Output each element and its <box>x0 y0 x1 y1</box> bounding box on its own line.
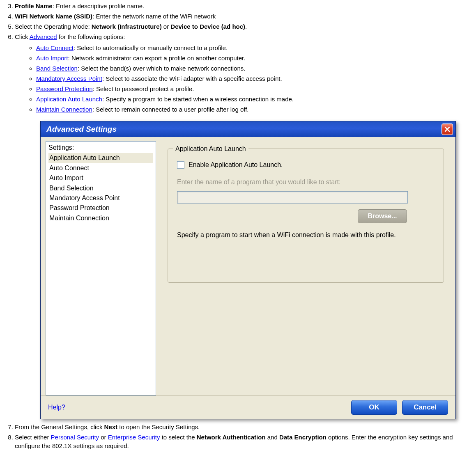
link-auto-import[interactable]: Auto Import <box>36 55 68 62</box>
text: : Select the band(s) over which to make … <box>78 65 246 72</box>
text: or <box>99 434 108 441</box>
program-hint-text: Enter the name of a program that you wou… <box>177 178 435 187</box>
settings-list-label: Settings: <box>48 143 153 152</box>
bold-text: WiFi Network Name (SSID) <box>15 13 92 20</box>
instruction-item-5: Select the Operating Mode: Network (Infr… <box>15 22 473 31</box>
list-item: Mandatory Access Point: Select to associ… <box>36 74 473 83</box>
text: From the General Settings, click <box>15 423 104 430</box>
link-enterprise-security[interactable]: Enterprise Security <box>108 434 160 441</box>
settings-detail-panel: Application Auto Launch Enable Applicati… <box>156 141 451 396</box>
link-password-protection[interactable]: Password Protection <box>36 85 93 92</box>
text: for the following options: <box>57 33 125 40</box>
browse-row: Browse... <box>177 209 407 223</box>
text: : Enter a descriptive profile name. <box>53 2 144 9</box>
groupbox-legend: Application Auto Launch <box>173 144 248 153</box>
bold-text: Network (Infrastructure) <box>92 23 162 30</box>
application-auto-launch-group: Application Auto Launch Enable Applicati… <box>168 149 444 283</box>
text: to open the Security Settings. <box>117 423 200 430</box>
advanced-settings-window: Advanced Settings Settings: Application … <box>40 121 456 419</box>
link-mandatory-access-point[interactable]: Mandatory Access Point <box>36 75 102 82</box>
text: and <box>266 434 279 441</box>
window-body: Settings: Application Auto Launch Auto C… <box>41 137 455 396</box>
list-item: Band Selection: Select the band(s) over … <box>36 64 473 73</box>
text: : Select to remain connected to a user p… <box>92 106 249 113</box>
settings-item-auto-import[interactable]: Auto Import <box>48 173 153 183</box>
settings-item-auto-connect[interactable]: Auto Connect <box>48 163 153 173</box>
ok-button[interactable]: OK <box>351 400 397 415</box>
enable-auto-launch-label: Enable Application Auto Launch. <box>189 160 283 169</box>
settings-item-password-protection[interactable]: Password Protection <box>48 203 153 213</box>
link-auto-connect[interactable]: Auto Connect <box>36 44 74 51</box>
close-icon <box>444 126 450 132</box>
instruction-item-3: Profile Name: Enter a descriptive profil… <box>15 2 473 10</box>
text: Select either <box>15 434 51 441</box>
enable-auto-launch-row: Enable Application Auto Launch. <box>177 160 435 169</box>
text: : Select to password protect a profile. <box>93 85 194 92</box>
link-advanced[interactable]: Advanced <box>30 33 57 40</box>
list-item: Password Protection: Select to password … <box>36 85 473 93</box>
list-item: Auto Import: Network administrator can e… <box>36 54 473 62</box>
close-button[interactable] <box>442 123 453 135</box>
list-item: Auto Connect: Select to automatically or… <box>36 43 473 52</box>
settings-item-application-auto-launch[interactable]: Application Auto Launch <box>48 153 153 163</box>
window-titlebar: Advanced Settings <box>41 121 455 137</box>
cancel-button[interactable]: Cancel <box>402 400 448 415</box>
settings-list-panel: Settings: Application Auto Launch Auto C… <box>46 141 156 396</box>
text: : Select to automatically or manually co… <box>74 44 228 51</box>
enable-auto-launch-checkbox[interactable] <box>177 161 184 169</box>
instruction-list: Profile Name: Enter a descriptive profil… <box>3 2 473 450</box>
group-description: Specify a program to start when a WiFi c… <box>177 231 423 240</box>
settings-item-band-selection[interactable]: Band Selection <box>48 183 153 193</box>
text: Select the Operating Mode: <box>15 23 92 30</box>
footer-buttons: OK Cancel <box>351 400 448 415</box>
instruction-item-4: WiFi Network Name (SSID): Enter the netw… <box>15 12 473 21</box>
instruction-item-6: Click Advanced for the following options… <box>15 32 473 419</box>
window-footer: Help? OK Cancel <box>41 396 455 419</box>
browse-button[interactable]: Browse... <box>358 209 407 223</box>
bold-text: Network Authentication <box>197 434 266 441</box>
bold-text: Data Encryption <box>279 434 327 441</box>
text: . <box>245 23 247 30</box>
bold-text: Device to Device (ad hoc) <box>170 23 245 30</box>
text: : Select to associate the WiFi adapter w… <box>102 75 282 82</box>
text: : Network administrator can export a pro… <box>68 55 246 62</box>
text: or <box>162 23 171 30</box>
settings-item-mandatory-access-point[interactable]: Mandatory Access Point <box>48 193 153 203</box>
bold-text: Profile Name <box>15 2 53 9</box>
link-personal-security[interactable]: Personal Security <box>51 434 99 441</box>
bold-text: Next <box>104 423 118 430</box>
instruction-item-7: From the General Settings, click Next to… <box>15 423 473 431</box>
window-title: Advanced Settings <box>46 124 117 135</box>
list-item: Application Auto Launch: Specify a progr… <box>36 95 473 103</box>
text: : Enter the network name of the WiFi net… <box>92 13 216 20</box>
settings-item-maintain-connection[interactable]: Maintain Connection <box>48 213 153 223</box>
advanced-settings-screenshot: Advanced Settings Settings: Application … <box>40 121 473 419</box>
link-band-selection[interactable]: Band Selection <box>36 65 78 72</box>
text: Click <box>15 33 30 40</box>
program-path-input[interactable] <box>177 191 408 203</box>
advanced-options-list: Auto Connect: Select to automatically or… <box>27 43 473 114</box>
text: : Specify a program to be started when a… <box>102 96 294 103</box>
link-application-auto-launch[interactable]: Application Auto Launch <box>36 96 102 103</box>
instruction-item-8: Select either Personal Security or Enter… <box>15 433 473 450</box>
link-maintain-connection[interactable]: Maintain Connection <box>36 106 92 113</box>
text: to select the <box>160 434 197 441</box>
list-item: Maintain Connection: Select to remain co… <box>36 105 473 114</box>
help-link[interactable]: Help? <box>48 403 65 412</box>
